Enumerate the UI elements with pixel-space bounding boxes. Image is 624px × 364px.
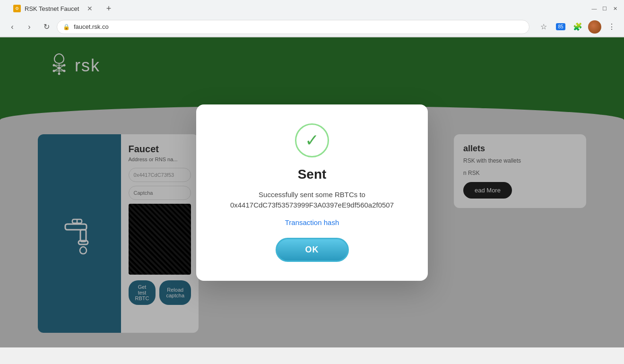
modal-message-line1: Successfully sent some RBTCs to [259, 191, 365, 199]
modal-title: Sent [298, 167, 327, 182]
tab-close-button[interactable]: ✕ [87, 5, 93, 12]
extensions-badge: 85 [556, 23, 565, 30]
menu-icon[interactable]: ⋮ [605, 20, 618, 34]
profile-icon[interactable] [588, 20, 601, 34]
modal-message: Successfully sent some RBTCs to 0x4417Cd… [230, 190, 394, 211]
toolbar-icons: ☆ 85 🧩 ⋮ [537, 20, 618, 34]
success-circle: ✓ [295, 123, 329, 157]
tab-favicon: ⚙ [13, 5, 21, 12]
checkmark-icon: ✓ [305, 132, 319, 149]
maximize-button[interactable]: ☐ [601, 5, 608, 12]
page-content: rsk [0, 37, 624, 347]
modal-address: 0x4417CdC73f53573999F3A0397eE9df560a2f05… [230, 201, 394, 209]
back-button[interactable]: ‹ [6, 20, 19, 34]
tab-title: RSK Testnet Faucet [25, 5, 79, 12]
puzzle-icon[interactable]: 🧩 [571, 20, 584, 34]
url-text: faucet.rsk.co [74, 23, 523, 30]
title-bar: ⚙ RSK Testnet Faucet ✕ + — ☐ ✕ [0, 0, 624, 17]
browser-tab[interactable]: ⚙ RSK Testnet Faucet ✕ [6, 1, 100, 16]
lock-icon: 🔒 [63, 24, 70, 30]
url-bar[interactable]: 🔒 faucet.rsk.co [57, 20, 529, 34]
address-bar: ‹ › ↻ 🔒 faucet.rsk.co ☆ 85 🧩 ⋮ [0, 17, 624, 37]
modal-overlay: ✓ Sent Successfully sent some RBTCs to 0… [0, 37, 624, 347]
forward-button[interactable]: › [23, 20, 36, 34]
close-window-button[interactable]: ✕ [612, 5, 618, 12]
extensions-icon[interactable]: 85 [554, 20, 567, 34]
refresh-button[interactable]: ↻ [40, 20, 53, 34]
bookmark-icon[interactable]: ☆ [537, 20, 550, 34]
avatar [588, 20, 601, 34]
new-tab-button[interactable]: + [102, 2, 115, 15]
ok-button[interactable]: OK [276, 238, 349, 262]
browser-chrome: ⚙ RSK Testnet Faucet ✕ + — ☐ ✕ ‹ › ↻ 🔒 f… [0, 0, 624, 37]
transaction-hash-link[interactable]: Transaction hash [285, 218, 339, 226]
minimize-button[interactable]: — [591, 5, 598, 12]
window-controls: — ☐ ✕ [591, 5, 618, 12]
success-modal: ✓ Sent Successfully sent some RBTCs to 0… [196, 104, 428, 281]
